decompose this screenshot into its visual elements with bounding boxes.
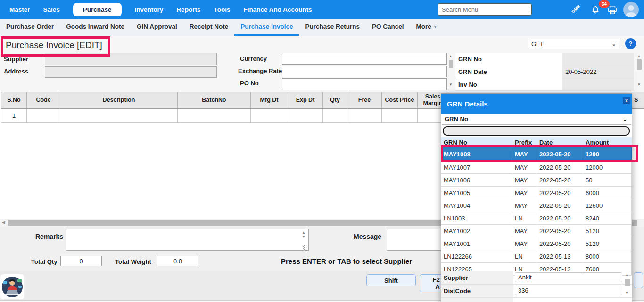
nav-item-tools[interactable]: Tools — [214, 6, 230, 13]
spinner-icon[interactable]: ▲▼ — [302, 230, 305, 239]
brush-icon[interactable] — [570, 4, 581, 15]
grn-row-ln1003[interactable]: LN1003LN2022-05-208240 — [441, 212, 632, 225]
currency-label: Currency — [240, 55, 267, 62]
currency-field[interactable] — [282, 53, 447, 65]
grn-cell: MAY — [512, 237, 537, 250]
scroll-up-icon[interactable]: ▲ — [623, 273, 631, 277]
nav-item-reports[interactable]: Reports — [176, 6, 200, 13]
detail-label-supplier: Supplier — [441, 271, 513, 284]
scroll-thumb[interactable] — [637, 59, 642, 70]
detail-value-distcode[interactable]: 336 — [515, 286, 622, 295]
grn-cell: MAY — [512, 187, 537, 199]
grn-row-may1008[interactable]: MAY1008MAY2022-05-201290 — [441, 147, 632, 161]
partial-button[interactable] — [634, 272, 643, 288]
shift-button[interactable]: Shift — [366, 274, 416, 286]
grn-date-value: 20-05-2022 — [562, 65, 634, 78]
grn-cell: 2022-05-20 — [537, 147, 583, 161]
grn-row-may1002[interactable]: MAY1002MAY2022-05-205120 — [441, 225, 632, 237]
scroll-up-icon[interactable]: ▲ — [636, 55, 643, 58]
grn-cell: 8000 — [583, 250, 632, 262]
company-select[interactable]: GFT ⌄ — [528, 39, 619, 49]
item-cell-5[interactable] — [288, 109, 323, 123]
grn-filter-select[interactable]: GRN No ⌄ — [442, 114, 631, 125]
detail-value-supplier[interactable]: Ankit — [515, 272, 622, 282]
bell-icon[interactable] — [590, 5, 601, 16]
grn-cell: MAY — [512, 147, 537, 161]
grn-row-may1006[interactable]: MAY1006MAY2022-05-2050 — [441, 174, 632, 187]
grn-panel-scrollbar-left[interactable]: ▲ ▼ — [447, 53, 454, 90]
grn-panel-scrollbar-right[interactable]: ▲ ▼ — [636, 53, 643, 90]
assistant-illustration[interactable] — [0, 274, 24, 299]
grn-column-amount: Amount — [583, 139, 632, 146]
grn-cell: 2022-05-20 — [537, 199, 583, 212]
item-cell-6[interactable] — [323, 109, 347, 123]
tab-receipt-note[interactable]: Receipt Note — [183, 19, 235, 36]
grn-no-row: GRN No — [455, 53, 634, 65]
notification-badge: 34 — [599, 0, 610, 8]
item-cell-11 — [632, 109, 644, 123]
grn-cell: 1290 — [583, 147, 632, 161]
item-cell-1[interactable] — [27, 109, 60, 123]
scroll-thumb[interactable] — [449, 60, 453, 68]
grn-cell: 6000 — [583, 187, 632, 199]
resize-grip-icon[interactable] — [303, 245, 308, 250]
grn-row-may1004[interactable]: MAY1004MAY2022-05-2012600 — [441, 199, 632, 212]
tab-gin-approval[interactable]: GIN Approval — [131, 19, 183, 36]
item-cell-3[interactable] — [178, 109, 251, 123]
tab-purchase-returns[interactable]: Purchase Returns — [299, 19, 366, 36]
tab-goods-inward-note[interactable]: Goods Inward Note — [60, 19, 131, 36]
scroll-up-icon[interactable]: ▲ — [447, 55, 454, 58]
grn-row-may1001[interactable]: MAY1001MAY2022-05-205120 — [441, 237, 632, 250]
grn-row-may1005[interactable]: MAY1005MAY2022-05-206000 — [441, 187, 632, 199]
scroll-down-icon[interactable]: ▼ — [447, 83, 454, 87]
printer-icon[interactable] — [607, 5, 618, 15]
item-cell-2[interactable] — [60, 109, 178, 123]
grn-no-value — [562, 53, 634, 65]
grn-row-may1007[interactable]: MAY1007MAY2022-05-2012000 — [441, 161, 632, 174]
search-input[interactable] — [438, 3, 532, 16]
scroll-down-icon[interactable]: ▼ — [636, 83, 643, 87]
grn-row-ln122266[interactable]: LN122266LN2022-05-138000 — [441, 250, 632, 263]
tab-more[interactable]: More▾ — [410, 19, 443, 36]
close-icon[interactable]: x — [623, 97, 630, 104]
grn-cell: 50 — [583, 174, 632, 186]
tab-purchase-order[interactable]: Purchase Order — [0, 19, 60, 36]
item-cell-8[interactable] — [382, 109, 418, 123]
column-header-code: Code — [27, 92, 60, 108]
f2-button-line1: F2 — [433, 276, 440, 283]
nav-item-sales[interactable]: Sales — [43, 6, 60, 13]
modal-title: GRN Details — [447, 100, 488, 108]
supplier-field — [45, 53, 217, 65]
item-cell-7[interactable] — [347, 109, 382, 123]
nav-item-finance-and-accounts[interactable]: Finance And Accounts — [243, 6, 312, 13]
nav-item-inventory[interactable]: Inventory — [135, 6, 164, 13]
scroll-thumb[interactable] — [625, 279, 630, 286]
module-tabbar: Purchase OrderGoods Inward NoteGIN Appro… — [0, 19, 644, 36]
help-icon[interactable]: ? — [625, 38, 636, 49]
modal-scrollbar[interactable]: ▲ ▼ — [623, 272, 631, 296]
grn-cell: 2022-05-20 — [537, 237, 583, 250]
grn-search-input[interactable] — [443, 126, 630, 136]
detail-row-supplier: SupplierAnkit — [441, 271, 632, 285]
po-no-field[interactable] — [282, 78, 447, 90]
grn-cell: 2022-05-20 — [537, 212, 583, 224]
exchange-rate-field[interactable] — [282, 66, 447, 77]
scroll-down-icon[interactable]: ▼ — [623, 291, 631, 295]
grn-cell: MAY1006 — [441, 174, 512, 186]
column-header-qty: Qty — [323, 92, 347, 108]
modal-header: GRN Details — [441, 94, 632, 114]
grn-cell: MAY — [512, 225, 537, 237]
user-avatar[interactable] — [623, 2, 639, 17]
item-cell-0[interactable]: 1 — [1, 109, 27, 123]
page-title: Purchase Invoice [EDIT] — [6, 40, 102, 50]
tab-po-cancel[interactable]: PO Cancel — [366, 19, 410, 36]
scroll-left-icon[interactable]: ◀ — [2, 220, 5, 225]
detail-label-distcode: DistCode — [441, 285, 513, 297]
remarks-textarea[interactable]: ▲▼ — [66, 229, 309, 251]
nav-item-purchase[interactable]: Purchase — [73, 3, 122, 16]
total-qty-value: 0 — [60, 256, 102, 266]
tab-purchase-invoice[interactable]: Purchase Invoice — [234, 19, 299, 36]
item-cell-4[interactable] — [251, 109, 288, 123]
nav-item-master[interactable]: Master — [9, 6, 30, 13]
top-navbar: MasterSalesPurchaseInventoryReportsTools… — [0, 0, 644, 19]
